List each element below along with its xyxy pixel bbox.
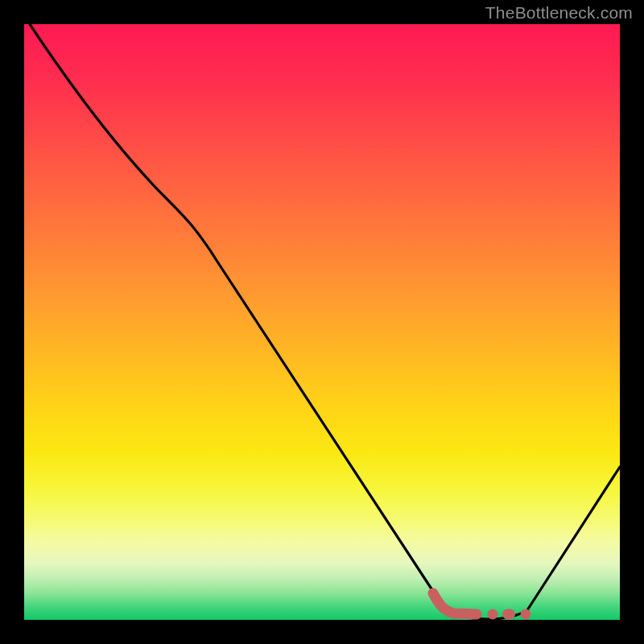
red-dashed-floor [433,593,477,614]
curve-layer [24,24,620,620]
plot-area [24,24,620,620]
watermark-text: TheBottleneck.com [485,3,633,23]
red-dash-dot-1-icon [488,609,498,620]
chart-frame: TheBottleneck.com [0,0,644,644]
red-dash-seg-icon [502,609,515,620]
red-dash-dot-2-icon [521,609,531,620]
black-curve [30,24,620,619]
